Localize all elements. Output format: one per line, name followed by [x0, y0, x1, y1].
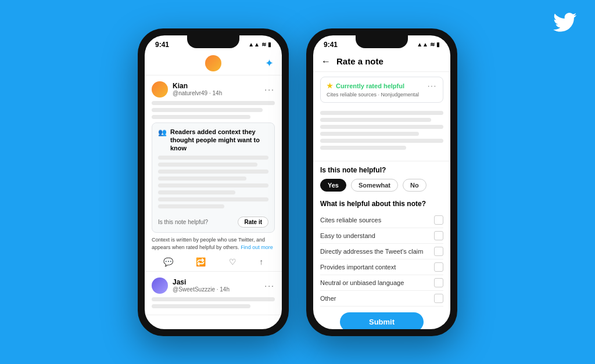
kian-avatar[interactable] — [152, 81, 168, 98]
ctx-line-7 — [158, 197, 268, 201]
submit-button[interactable]: Submit — [340, 312, 424, 329]
rate-header: ← Rate a note — [313, 52, 450, 72]
share-icon[interactable]: ↑ — [259, 257, 263, 266]
context-lines — [158, 156, 268, 208]
phone-2-screen: 9:41 ▲▲ ≋ ▮ ← Rate a note ★ Currently ra… — [313, 35, 450, 329]
twitter-logo — [553, 13, 576, 34]
checkbox-cites-label: Cites reliable sources — [320, 217, 381, 224]
checkbox-context-input[interactable] — [434, 262, 443, 272]
checkbox-easy-label: Easy to understand — [320, 232, 375, 239]
tweet2-line-2 — [152, 304, 250, 308]
note-line-5 — [320, 139, 443, 143]
checkbox-addresses-input[interactable] — [434, 247, 443, 256]
helpful-question-label: Is this note helpful? — [320, 166, 443, 174]
ctx-line-5 — [158, 183, 268, 188]
context-footer: Context is written by people who use Twi… — [152, 236, 275, 251]
sparkle-icon[interactable]: ✦ — [265, 57, 274, 70]
tweet-line-3 — [152, 115, 250, 119]
feed-topbar: ✦ — [145, 52, 282, 75]
phones-container: 9:41 ▲▲ ≋ ▮ ✦ Kian @naturelvr49 · 14 — [138, 28, 457, 336]
jasi-handle: @SweetSuzzzie · 14h — [173, 286, 260, 293]
checkbox-easy-input[interactable] — [434, 231, 443, 240]
user-avatar-topbar — [205, 55, 221, 71]
rating-somewhat-button[interactable]: Somewhat — [351, 179, 398, 192]
tweet-1: Kian @naturelvr49 · 14h ··· 👥 Readers ad… — [145, 75, 282, 272]
tweet-1-more[interactable]: ··· — [264, 85, 275, 94]
ctx-line-2 — [158, 163, 257, 167]
divider-1 — [313, 161, 450, 161]
checkbox-cites: Cites reliable sources — [320, 212, 443, 228]
checkbox-context-label: Provides important context — [320, 264, 396, 271]
checkbox-other: Other — [320, 291, 443, 307]
battery-icon: ▮ — [268, 41, 271, 48]
rating-yes-button[interactable]: Yes — [320, 179, 346, 192]
helpful-bar: Is this note helpful? Rate it — [158, 213, 268, 228]
tweet-2: Jasi @SweetSuzzzie · 14h ··· — [145, 272, 282, 315]
ctx-line-1 — [158, 156, 268, 160]
rate-section: Is this note helpful? Yes Somewhat No Wh… — [313, 166, 450, 307]
checkbox-cites-input[interactable] — [434, 215, 443, 225]
kian-handle: @naturelvr49 · 14h — [173, 90, 260, 96]
context-people-icon: 👥 — [158, 128, 167, 136]
star-icon: ★ — [327, 82, 333, 90]
checkbox-neutral-input[interactable] — [434, 278, 443, 287]
checkbox-other-label: Other — [320, 295, 336, 302]
context-note-title: Readers added context they thought peopl… — [170, 128, 268, 153]
tweet-2-header: Jasi @SweetSuzzzie · 14h ··· — [152, 277, 275, 294]
wifi-icon: ≋ — [261, 41, 266, 48]
jasi-name: Jasi — [173, 278, 260, 286]
checkbox-neutral-label: Neutral or unbiased language — [320, 279, 404, 286]
kian-user-info: Kian @naturelvr49 · 14h — [173, 82, 260, 96]
phone-1-notch — [187, 35, 239, 48]
note-line-4 — [320, 132, 419, 136]
ctx-line-4 — [158, 176, 246, 181]
phone-2-time: 9:41 — [324, 41, 338, 49]
phone-1-status-icons: ▲▲ ≋ ▮ — [248, 41, 271, 48]
phone-2: 9:41 ▲▲ ≋ ▮ ← Rate a note ★ Currently ra… — [306, 28, 457, 336]
rated-header: ★ Currently rated helpful ··· — [327, 82, 437, 90]
note-line-3 — [320, 125, 443, 129]
jasi-avatar[interactable] — [152, 277, 168, 294]
tweet-line-1 — [152, 101, 275, 105]
signal-icon: ▲▲ — [248, 41, 260, 48]
rating-no-button[interactable]: No — [403, 179, 426, 192]
rated-more-icon[interactable]: ··· — [428, 82, 437, 90]
signal-icon-2: ▲▲ — [417, 41, 428, 48]
note-line-1 — [320, 111, 443, 115]
phone-2-notch — [356, 35, 408, 48]
note-content — [313, 107, 450, 156]
rated-tags: Cites reliable sources · Nonjudgemental — [327, 92, 437, 98]
phone-1-screen: 9:41 ▲▲ ≋ ▮ ✦ Kian @naturelvr49 · 14 — [145, 35, 282, 329]
like-icon[interactable]: ♡ — [229, 257, 236, 266]
rated-helpful-label: ★ Currently rated helpful — [327, 82, 404, 90]
ctx-line-3 — [158, 170, 268, 174]
helpful-question: Is this note helpful? — [158, 219, 208, 225]
jasi-user-info: Jasi @SweetSuzzzie · 14h — [173, 278, 260, 293]
ctx-line-8 — [158, 204, 224, 208]
wifi-icon-2: ≋ — [430, 41, 435, 48]
rate-it-button[interactable]: Rate it — [238, 217, 268, 228]
checkbox-context: Provides important context — [320, 260, 443, 275]
checkbox-other-input[interactable] — [434, 294, 443, 303]
tweet-2-more[interactable]: ··· — [264, 281, 275, 290]
helpful-about-title: What is helpful about this note? — [320, 200, 443, 208]
kian-name: Kian — [173, 82, 260, 90]
phone-1: 9:41 ▲▲ ≋ ▮ ✦ Kian @naturelvr49 · 14 — [138, 28, 289, 336]
reply-icon[interactable]: 💬 — [163, 257, 173, 266]
context-note: 👥 Readers added context they thought peo… — [152, 122, 275, 233]
tweet-1-actions: 💬 🔁 ♡ ↑ — [152, 254, 275, 268]
rated-box: ★ Currently rated helpful ··· Cites reli… — [320, 77, 443, 103]
context-note-header: 👥 Readers added context they thought peo… — [158, 128, 268, 153]
rating-options: Yes Somewhat No — [320, 179, 443, 192]
phone-1-time: 9:41 — [155, 41, 169, 49]
find-out-more-link[interactable]: Find out more — [241, 244, 273, 250]
back-button[interactable]: ← — [321, 56, 331, 67]
retweet-icon[interactable]: 🔁 — [196, 257, 206, 266]
tweet-line-2 — [152, 108, 263, 112]
rate-note-title: Rate a note — [336, 56, 383, 66]
submit-section: Submit — [313, 307, 450, 329]
tweet-1-header: Kian @naturelvr49 · 14h ··· — [152, 81, 275, 98]
battery-icon-2: ▮ — [436, 41, 440, 48]
checkbox-addresses: Directly addresses the Tweet's claim — [320, 244, 443, 260]
rated-helpful-text: Currently rated helpful — [336, 82, 404, 89]
